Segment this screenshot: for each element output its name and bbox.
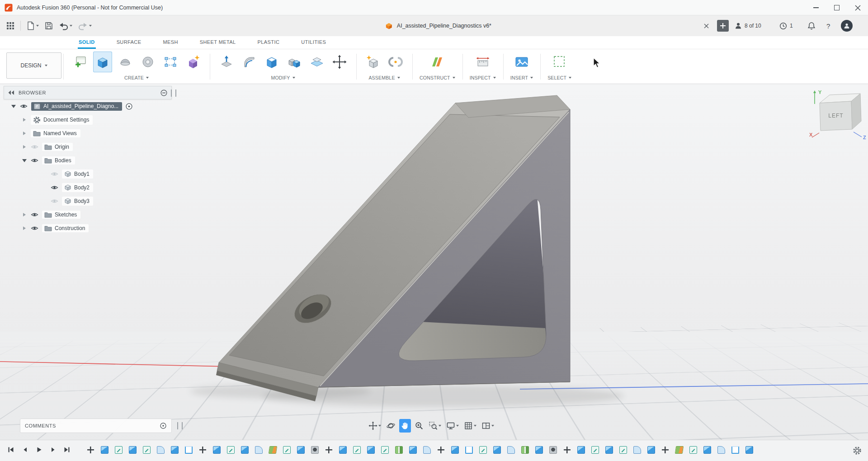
create-sketch-tool[interactable] xyxy=(71,52,90,72)
file-menu-button[interactable] xyxy=(27,21,39,30)
timeline-feature[interactable] xyxy=(297,446,305,454)
insert-canvas-tool[interactable] xyxy=(512,52,531,72)
expander-icon[interactable] xyxy=(20,132,29,135)
assemble-group-menu[interactable]: ASSEMBLE xyxy=(368,75,400,80)
fillet-tool[interactable] xyxy=(240,52,259,72)
timeline-feature[interactable] xyxy=(619,446,627,454)
timeline-feature[interactable] xyxy=(675,446,684,454)
ribbon-tab[interactable]: SOLID xyxy=(78,36,96,49)
expander-icon[interactable] xyxy=(20,145,29,149)
select-tool[interactable] xyxy=(550,52,569,72)
undo-button[interactable] xyxy=(59,22,72,30)
timeline-feature[interactable] xyxy=(311,446,319,454)
alerts-button[interactable] xyxy=(807,15,816,36)
combine-tool[interactable] xyxy=(285,52,304,72)
timeline-feature[interactable] xyxy=(339,446,347,454)
timeline-feature[interactable] xyxy=(535,446,543,454)
document-tab[interactable]: AI_assisted_Pipeline_Diagnostics v6* xyxy=(385,15,491,36)
timeline-feature[interactable] xyxy=(115,446,123,454)
timeline-feature[interactable] xyxy=(647,446,655,454)
modify-group-menu[interactable]: MODIFY xyxy=(271,75,295,80)
rectangular-pattern-tool[interactable] xyxy=(161,52,180,72)
timeline-feature[interactable] xyxy=(661,446,669,454)
expander-icon[interactable] xyxy=(20,118,29,122)
create-form-tool[interactable] xyxy=(184,52,203,72)
document-close-button[interactable] xyxy=(700,19,712,32)
timeline-settings-button[interactable] xyxy=(853,446,862,455)
tree-row[interactable]: Construction xyxy=(4,221,172,235)
collapse-panel-icon[interactable] xyxy=(8,90,14,95)
tree-row[interactable]: Named Views xyxy=(4,127,172,140)
timeline-feature[interactable] xyxy=(423,446,431,454)
pan-hand-button-active[interactable] xyxy=(399,419,411,433)
tree-row[interactable]: Body1 xyxy=(4,167,172,181)
create-group-menu[interactable]: CREATE xyxy=(124,75,149,80)
construct-group-menu[interactable]: CONSTRUCT xyxy=(420,75,455,80)
timeline-feature[interactable] xyxy=(521,446,529,454)
expander-icon[interactable] xyxy=(20,159,29,162)
tree-row[interactable]: Body3 xyxy=(4,194,172,208)
visibility-eye-icon[interactable] xyxy=(18,103,29,109)
visibility-eye-icon[interactable] xyxy=(49,198,60,204)
view-cube[interactable]: LEFT Y X Z xyxy=(808,89,868,144)
ribbon-tab[interactable]: UTILITIES xyxy=(300,36,327,49)
extrude-tool[interactable] xyxy=(93,52,112,72)
shell-tool[interactable] xyxy=(262,52,281,72)
revolve-tool[interactable] xyxy=(116,52,135,72)
design-workspace-menu[interactable]: DESIGN xyxy=(6,52,61,79)
timeline-feature[interactable] xyxy=(185,446,193,454)
timeline-feature[interactable] xyxy=(199,446,207,454)
timeline-feature[interactable] xyxy=(269,446,277,454)
timeline-feature[interactable] xyxy=(731,446,739,454)
zoom-button[interactable] xyxy=(413,419,425,433)
timeline-feature[interactable] xyxy=(213,446,221,454)
timeline-feature[interactable] xyxy=(493,446,501,454)
tree-row[interactable]: AI_assisted_Pipeline_Diagno... xyxy=(4,99,172,113)
ribbon-tab[interactable]: MESH xyxy=(162,36,179,49)
redo-button[interactable] xyxy=(78,22,92,30)
timeline-feature[interactable] xyxy=(325,446,333,454)
joint-tool[interactable] xyxy=(386,52,405,72)
timeline-feature[interactable] xyxy=(143,446,151,454)
collapse-all-icon[interactable] xyxy=(160,89,167,96)
expander-icon[interactable] xyxy=(20,226,29,230)
construction-plane-tool[interactable] xyxy=(428,52,447,72)
timeline-feature[interactable] xyxy=(591,446,599,454)
timeline-feature[interactable] xyxy=(507,446,515,454)
step-forward-button[interactable] xyxy=(47,444,58,455)
timeline-feature[interactable] xyxy=(605,446,613,454)
timeline-feature[interactable] xyxy=(227,446,235,454)
go-to-end-button[interactable] xyxy=(61,444,72,455)
move-copy-tool[interactable] xyxy=(330,52,349,72)
timeline-feature[interactable] xyxy=(255,446,263,454)
timeline-feature[interactable] xyxy=(353,446,361,454)
timeline-feature[interactable] xyxy=(87,446,94,454)
save-button[interactable] xyxy=(45,22,53,30)
ribbon-tab[interactable]: SURFACE xyxy=(116,36,142,49)
app-grid-button[interactable] xyxy=(6,22,14,30)
go-to-start-button[interactable] xyxy=(5,444,16,455)
new-document-tab-button[interactable] xyxy=(717,20,729,32)
expander-icon[interactable] xyxy=(9,105,18,108)
zoom-window-button[interactable] xyxy=(427,419,443,433)
comments-bar[interactable]: COMMENTS xyxy=(20,419,172,433)
timeline-feature[interactable] xyxy=(465,446,473,454)
ribbon-tab[interactable]: PLASTIC xyxy=(257,36,281,49)
minimize-button[interactable] xyxy=(806,0,826,15)
timeline-feature[interactable] xyxy=(451,446,459,454)
timeline-feature[interactable] xyxy=(101,446,108,454)
tree-row[interactable]: Sketches xyxy=(4,208,172,221)
pan-button[interactable] xyxy=(367,419,382,433)
tree-row[interactable]: Document Settings xyxy=(4,113,172,127)
select-group-menu[interactable]: SELECT xyxy=(547,75,571,80)
job-status-button[interactable]: 8 of 10 xyxy=(735,15,761,36)
timeline-feature[interactable] xyxy=(241,446,249,454)
notifications-clock-button[interactable]: 1 xyxy=(779,15,793,36)
insert-group-menu[interactable]: INSERT xyxy=(510,75,533,80)
timeline-feature[interactable] xyxy=(563,446,571,454)
tree-row[interactable]: Body2 xyxy=(4,181,172,194)
timeline-feature[interactable] xyxy=(633,446,641,454)
timeline-feature[interactable] xyxy=(549,446,557,454)
press-pull-tool[interactable] xyxy=(217,52,236,72)
timeline-feature[interactable] xyxy=(129,446,137,454)
